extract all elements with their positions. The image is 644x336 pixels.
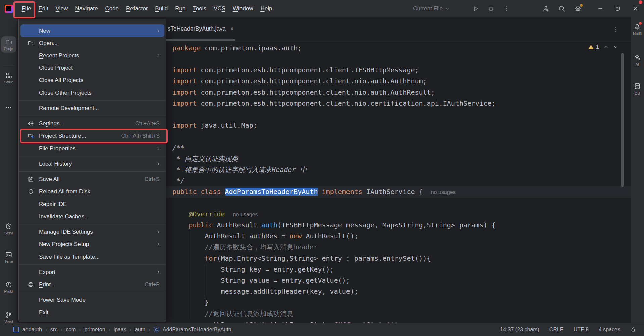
menu-item-close-all-projects[interactable]: Close All Projects [20,74,164,87]
inspections-widget[interactable]: 1 [588,44,619,50]
menu-item-save-all[interactable]: Save AllCtrl+S [20,173,164,185]
breadcrumb-item-auth[interactable]: auth [135,327,145,333]
editor-options-kebab-icon[interactable] [612,26,619,33]
breadcrumb-item-primeton[interactable]: primeton [84,327,105,333]
menubar-item-run[interactable]: Run [171,3,189,14]
folder-icon [26,40,35,46]
debug-icon[interactable] [488,5,494,12]
breadcrumb-item-ipaas[interactable]: ipaas [114,327,126,333]
code-token: IAuthService { [362,188,423,196]
tool-stripe-button-term[interactable]: Term [1,251,16,264]
tool-stripe-button-notifi[interactable]: Notifi [631,23,644,36]
menubar-item-window[interactable]: Window [229,3,257,14]
tool-stripe-label: Struc [4,80,13,85]
menubar-item-help[interactable]: Help [257,3,276,14]
menubar-item-navigate[interactable]: Navigate [71,3,101,14]
settings-gear-icon[interactable] [574,5,582,12]
menubar-item-build[interactable]: Build [151,3,171,14]
menu-item-close-other-projects[interactable]: Close Other Projects [20,87,164,99]
menu-item-reload-all-from-disk[interactable]: Reload All from Disk [20,185,164,198]
menu-item-exit[interactable]: Exit [20,306,164,319]
menubar-item-code[interactable]: Code [101,3,122,14]
chevron-down-icon[interactable] [613,44,619,50]
run-icon[interactable] [472,5,479,12]
menu-item-new-projects-setup[interactable]: New Projects Setup [20,238,164,250]
chevron-up-icon[interactable] [603,44,609,50]
menu-item-close-project[interactable]: Close Project [20,62,164,74]
stripe-divider [3,66,14,66]
run-configuration-select[interactable]: Current File [413,5,450,12]
tool-stripe-button-ai[interactable]: AI [631,54,644,67]
menu-item-label: Reload All from Disk [39,188,90,195]
tool-stripe-button-struc[interactable]: Struc [1,72,16,85]
menu-item-print[interactable]: Print...Ctrl+P [20,278,164,291]
lock-open-icon[interactable] [630,327,636,332]
line-separator[interactable]: CRLF [549,327,564,333]
code-token: message.addHttpHeader(key, value); [172,287,358,295]
tabs-scrollbar[interactable] [160,39,235,41]
code-token: com.primeton.esb.httpcomponent.client.ni… [201,77,427,85]
menu-item-manage-ide-settings[interactable]: Manage IDE Settings [20,226,164,238]
search-icon[interactable] [558,5,566,12]
menu-item-project-structure[interactable]: Project Structure...Ctrl+Alt+Shift+S [20,130,164,142]
breadcrumb-separator: › [109,327,110,332]
breadcrumb-item-addparamstoheaderbyauth[interactable]: AddParamsToHeaderByAuth [163,327,231,333]
file-encoding[interactable]: UTF-8 [574,327,589,333]
code-line: @Override no usages [172,209,631,220]
tab-close-icon[interactable]: × [230,26,233,32]
menu-item-local-history[interactable]: Local History [20,158,164,170]
code-line: import com.primeton.esb.httpcomponent.cl… [172,65,631,76]
indent-size[interactable]: 4 spaces [599,327,620,333]
menubar-item-vcs[interactable]: VCS [210,3,229,14]
menu-item-shortcut: Ctrl+S [145,176,164,182]
caret-position[interactable]: 14:37 (23 chars) [500,327,539,333]
menubar-item-file[interactable]: File [18,3,35,14]
menu-item-new[interactable]: New [20,24,164,37]
menubar-item-edit[interactable]: Edit [35,3,52,14]
menu-item-label: New [39,27,50,34]
menubar-item-view[interactable]: View [52,3,72,14]
maximize-icon[interactable] [609,6,627,12]
menu-item-repair-ide[interactable]: Repair IDE [20,198,164,210]
code-token: * 自定义认证实现类 [172,155,238,163]
ai-icon [634,54,641,61]
menubar-item-refactor[interactable]: Refactor [122,3,151,14]
code-line: import com.primeton.esb.httpcomponent.cl… [172,76,631,87]
breadcrumb-item-com[interactable]: com [66,327,76,333]
code-token: //遍历参数集合，均写入消息header [205,243,317,251]
menu-item-power-save-mode[interactable]: Power Save Mode [20,294,164,306]
editor-scrollbar[interactable] [621,53,624,187]
services-icon [5,223,12,230]
minimize-icon[interactable] [592,6,609,12]
menu-item-save-file-as-template[interactable]: Save File as Template... [20,250,164,263]
menu-item-open[interactable]: Open... [20,37,164,49]
reload-icon [26,188,35,195]
code-token: @Override [189,210,225,218]
add-user-icon[interactable] [542,5,549,12]
code-editor[interactable]: package com.primeton.ipaas.auth;import c… [166,42,631,323]
tool-stripe-button-db[interactable]: DB [631,82,644,96]
left-tool-stripe: ProjeStrucServiTermProblVersiContr [0,17,17,323]
editor-tab[interactable]: sToHeaderByAuth.java × [168,25,233,32]
menu-item-remote-development[interactable]: Remote Development... [20,102,164,114]
breadcrumb-separator: › [149,327,150,332]
code-token: (IESBHttpMessage message, Map<String,Str… [277,221,495,229]
tool-stripe-button-servi[interactable]: Servi [1,223,16,235]
tool-stripe-label: Term [4,259,13,264]
menubar-item-tools[interactable]: Tools [189,3,210,14]
tool-stripe-button-more[interactable] [1,104,16,111]
code-token: com.primeton.esb.httpcomponent.client.IE… [201,66,419,74]
code-line: } [172,297,631,308]
tool-stripe-button-probl[interactable]: Probl [1,281,16,294]
close-icon[interactable] [627,6,644,12]
menu-item-label: Open... [39,40,58,47]
tool-stripe-button-proje[interactable]: Proje [1,36,16,53]
breadcrumb-item-src[interactable]: src [50,327,57,333]
more-kebab-icon[interactable] [503,5,510,12]
menu-item-settings[interactable]: Settings...Ctrl+Alt+S [20,117,164,130]
menu-item-export[interactable]: Export [20,266,164,278]
menu-item-invalidate-caches[interactable]: Invalidate Caches... [20,210,164,223]
menu-item-recent-projects[interactable]: Recent Projects [20,49,164,62]
breadcrumb-item-addauth[interactable]: addauth [22,327,42,333]
menu-item-file-properties[interactable]: File Properties [20,142,164,155]
